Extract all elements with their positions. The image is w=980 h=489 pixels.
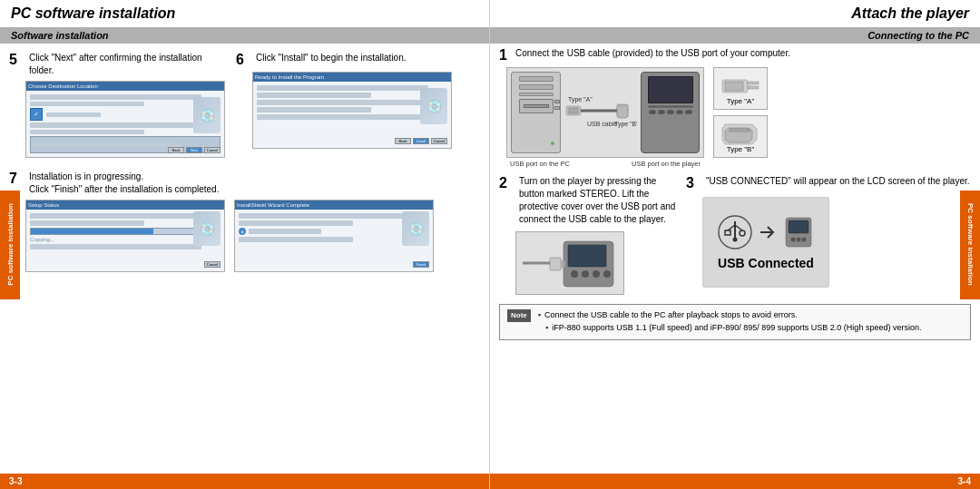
right-page-number: 3-4 — [490, 474, 980, 489]
step6-container: 6 Click "Install" to begin the installat… — [236, 48, 454, 158]
right-page: 3-4 — [958, 476, 971, 486]
connector-type-a-box: Type "A" — [713, 67, 768, 110]
win-titlebar-5: Choose Destination Location — [26, 82, 224, 91]
steps-5-6-row: 5 Click "Next" after confirming the inst… — [0, 44, 489, 160]
svg-rect-32 — [789, 220, 808, 233]
step7: 7 Installation is in progressing. Click … — [9, 167, 480, 200]
right-sub-title: Connecting to the PC — [867, 30, 969, 41]
note-box: Note ▪ Connect the USB cable to the PC a… — [499, 304, 971, 340]
player-controls — [648, 110, 693, 114]
usb-diagram-row: Type "A" Type "B" USB cable — [490, 65, 980, 171]
connector-type-a-img — [720, 72, 761, 97]
note-bullet-1-row: Note ▪ Connect the USB cable to the PC a… — [507, 309, 963, 322]
step5-screenshot: Choose Destination Location ✓ — [25, 81, 225, 158]
step7-container: 7 Installation is in progressing. Click … — [0, 160, 489, 274]
step7-screenshot-a: Setup Status Copying... 💿 Cancel — [25, 200, 225, 272]
svg-rect-18 — [568, 245, 606, 267]
note-bullet-1: Connect the USB cable to the PC after pl… — [544, 309, 798, 322]
pc-tower-area — [511, 72, 561, 153]
right-sub-section-bar: Connecting to the PC — [490, 27, 980, 44]
usb-cable-diagram: Type "A" Type "B" USB cable — [564, 88, 637, 138]
player-icon-svg — [782, 216, 815, 249]
svg-rect-16 — [550, 258, 561, 270]
svg-point-33 — [791, 238, 796, 242]
step5-number: 5 — [9, 52, 22, 77]
usb-connected-icon — [717, 214, 815, 250]
step5: 5 Click "Next" after confirming the inst… — [9, 48, 227, 81]
left-panel: PC software installation Software instal… — [0, 0, 490, 489]
step2-number: 2 — [499, 175, 512, 226]
left-page: 3-3 — [9, 476, 22, 486]
step2-container: 2 Turn on the player by pressing the but… — [499, 173, 681, 298]
left-sub-title: Software installation — [11, 30, 109, 41]
svg-rect-10 — [748, 82, 759, 84]
svg-marker-4 — [617, 105, 628, 118]
step1-number: 1 — [499, 47, 512, 64]
svg-line-28 — [735, 225, 742, 230]
usb-cable-svg: Type "A" Type "B" USB cable — [564, 88, 637, 138]
left-sub-section-bar: Software installation — [0, 27, 489, 44]
usb-main-diagram: Type "A" Type "B" USB cable — [506, 67, 704, 170]
left-page-number: 3-3 — [0, 474, 489, 489]
usb-diagram-labels: USB port on the PC USB port on the playe… — [506, 158, 704, 170]
usb-diagram-box: Type "A" Type "B" USB cable — [506, 67, 704, 158]
usb-connected-text: USB Connected — [718, 256, 814, 270]
left-side-tab: PC software installation — [0, 191, 20, 299]
pc-tower-illustration — [511, 72, 561, 153]
svg-text:Type "B": Type "B" — [614, 121, 637, 128]
connector-type-b-img — [720, 120, 761, 145]
step5-container: 5 Click "Next" after confirming the inst… — [9, 48, 227, 158]
right-side-tab: PC software installation — [960, 191, 980, 299]
note-label: Note — [507, 309, 531, 322]
step6-screenshot: Ready to Install the Program 💿 Back Inst… — [252, 72, 452, 149]
note-bullet-2-row: ▪ iFP-880 supports USB 1.1 (Full speed) … — [545, 322, 963, 335]
svg-rect-1 — [569, 108, 578, 113]
svg-point-21 — [593, 270, 600, 278]
step7-screenshots: Setup Status Copying... 💿 Cancel — [25, 200, 480, 272]
pc-drive-2 — [519, 84, 554, 90]
svg-point-20 — [582, 270, 589, 278]
svg-point-30 — [733, 238, 738, 242]
step3-text: "USB CONNECTED" will appear on the LCD s… — [706, 175, 970, 191]
note-bullet-2: iFP-880 supports USB 1.1 (Full speed) an… — [552, 322, 921, 335]
step6: 6 Click "Install" to begin the installat… — [236, 48, 454, 72]
usb-connected-box: USB Connected — [702, 197, 829, 288]
svg-line-26 — [728, 225, 735, 230]
step6-number: 6 — [236, 52, 249, 68]
usb-port-player-label: USB port on the player — [632, 160, 701, 168]
connector-type-b-label: Type "B" — [727, 145, 755, 153]
svg-point-29 — [740, 230, 745, 236]
left-main-title-bar: PC software installation — [0, 0, 489, 27]
svg-text:Type "A": Type "A" — [568, 96, 593, 103]
left-main-title: PC software installation — [11, 5, 478, 22]
step1-text: Connect the USB cable (provided) to the … — [515, 47, 790, 60]
svg-rect-23 — [562, 260, 565, 268]
right-panel: Attach the player Connecting to the PC 1… — [490, 0, 980, 489]
step3-number: 3 — [686, 175, 699, 191]
svg-point-34 — [797, 238, 801, 242]
right-main-title: Attach the player — [501, 5, 969, 22]
step1-row: 1 Connect the USB cable (provided) to th… — [490, 44, 980, 65]
svg-rect-27 — [725, 230, 730, 235]
step5-text: Click "Next" after confirming the instal… — [29, 52, 227, 77]
pc-drive-1 — [519, 76, 554, 82]
step2-3-row: 2 Turn on the player by pressing the but… — [490, 171, 980, 300]
svg-rect-11 — [748, 86, 759, 89]
svg-rect-14 — [730, 129, 750, 132]
step3: 3 "USB CONNECTED" will appear on the LCD… — [686, 173, 971, 193]
svg-text:USB cable: USB cable — [587, 121, 617, 127]
arrow-icon-svg — [757, 221, 779, 243]
connector-type-a-label: Type "A" — [727, 97, 755, 105]
step3-container: 3 "USB CONNECTED" will appear on the LCD… — [686, 173, 971, 298]
connector-side-panel: Type "A" Type "B" — [713, 67, 768, 158]
pc-power-light — [551, 142, 554, 145]
svg-point-19 — [571, 270, 578, 278]
player-illustration — [641, 72, 700, 153]
right-main-title-bar: Attach the player — [490, 0, 980, 27]
step2: 2 Turn on the player by pressing the but… — [499, 173, 681, 228]
svg-rect-9 — [725, 82, 743, 91]
player-usb-illustration — [515, 231, 624, 295]
step6-text: Click "Install" to begin the installatio… — [256, 52, 407, 68]
right-side-tab-label: PC software installation — [966, 203, 975, 286]
step2-text: Turn on the player by pressing the butto… — [519, 175, 681, 226]
